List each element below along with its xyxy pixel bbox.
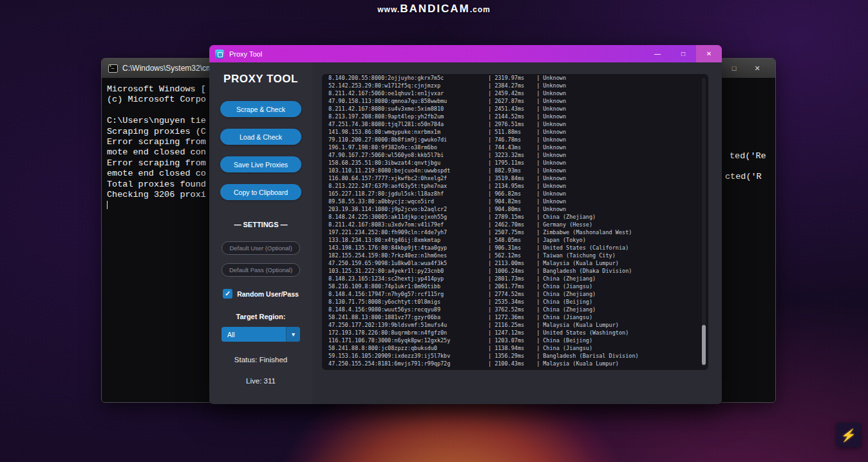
proxy-titlebar[interactable]: Proxy Tool — □ ✕ <box>209 45 722 62</box>
console-line: 182.155.254.159:80:7rkz40ez:n1hm6nes|562… <box>328 252 702 259</box>
console-line: 79.110.200.27:8000:8b8fim9j:gwuko7di|746… <box>328 136 702 143</box>
proxy-maximize-button[interactable]: □ <box>670 45 696 62</box>
load-check-button[interactable]: Load & Check <box>220 129 301 145</box>
console-line: 52.142.253.29:80:w1712f5q:cjnjmzxp|2384.… <box>328 82 702 89</box>
proxy-window-title: Proxy Tool <box>229 50 262 58</box>
console-line: 8.148.23.165:1234:sc2hextj:yp414pyp|2801… <box>328 275 702 282</box>
default-user-input[interactable] <box>222 241 300 255</box>
lightning-bolt-icon: ⚡ <box>840 428 857 443</box>
settings-heading: — SETTINGS — <box>234 221 287 228</box>
region-select[interactable]: All ▾ <box>222 327 300 342</box>
console-line: 8.211.42.167:5060:oe1qhuv1:en1jvxar|2459… <box>328 89 702 97</box>
console-line: 8.211.42.167:8080:su4v3xme:5xim8810|2451… <box>328 105 702 113</box>
console-line: 8.130.71.75:8008:y6ochtyt:t0l8migs|2535.… <box>328 298 702 306</box>
console-line: 47.251.74.38:8080:tjq7l281:o50n784a|2976… <box>328 120 702 128</box>
console-line: 165.227.118.27:80:jgdul5sk:l18az8hf|966.… <box>328 190 702 198</box>
console-line: 103.110.11.219:8080:bejcuo4n:uwwbspdt|88… <box>328 167 702 174</box>
console-line: 141.98.153.86:80:wmqypuke:nxrbmx1m|511.8… <box>328 128 702 136</box>
proxy-tool-window: Proxy Tool — □ ✕ PROXY TOOL Scrape & Che… <box>209 45 722 404</box>
console-line: 8.211.42.167:8083:u3xdv7om:v41i79ef|2462… <box>328 221 702 228</box>
console-line: 103.125.31.222:80:a4yekr1l:py23cnb0|1006… <box>328 267 702 275</box>
console-panel: 8.140.200.55:8000:2ojjuyho:gkrx7m5c|2319… <box>322 74 708 370</box>
desktop-background: { "watermark": { "prefix": "www.", "bran… <box>0 0 868 462</box>
console-line: 143.198.135.176:80:84kbp9jt:4taa0gyp|906… <box>328 244 702 252</box>
bandicam-tray-logo[interactable]: ⚡ <box>836 423 861 447</box>
console-line: 58.241.88.13:800:1881vz77:gzyr06ba|1272.… <box>328 313 702 321</box>
live-count-text: Live: 311 <box>246 377 276 385</box>
console-line: 47.250.155.254:8181:6mvjs791:r99qp72g|21… <box>328 360 702 367</box>
console-line: 58.216.109.8:800:74p1ukr1:0m96tibb|2061.… <box>328 282 702 290</box>
random-userpass-checkbox[interactable] <box>223 289 232 299</box>
cmd-icon <box>108 64 118 73</box>
console-line: 89.58.55.33:80:a0bbycjz:wqco5ird|904.82m… <box>328 198 702 205</box>
console-line: 8.148.4.156:9080:wuut56ys:recqyu89|3762.… <box>328 306 702 313</box>
console-line: 116.80.64.157:7777:xjkwfbc2:0hxelg2f|351… <box>328 174 702 182</box>
console-line: 172.193.178.226:80:8uqrmbrm:n4fgfz0n|124… <box>328 329 702 337</box>
console-line: 47.90.167.27:5060:wl560yo8:kkb5l7bi|3223… <box>328 151 702 159</box>
random-userpass-row[interactable]: Random User/Pass <box>223 289 299 299</box>
cmd-text-fragment: ted('Re <box>730 151 766 162</box>
console-line: 8.148.4.156:17947:n7hy0g57:rcf115rg|2774… <box>328 290 702 298</box>
watermark-brand: BANDICAM <box>400 3 470 15</box>
console-line: 47.250.177.202:139:9bldsvmf:51mufs4u|211… <box>328 321 702 329</box>
sidebar-heading: PROXY TOOL <box>223 73 298 86</box>
console-line: 203.19.38.114:1080:j9p2jcvo:b2aqlcr2|904… <box>328 205 702 213</box>
console-line: 59.153.16.105:20909:ixdezz39:ij5l7kbv|13… <box>328 352 702 360</box>
bandicam-watermark: www.BANDICAM.com <box>0 3 868 15</box>
console-scrollbar-thumb[interactable] <box>702 325 706 365</box>
random-userpass-label: Random User/Pass <box>237 290 299 298</box>
proxy-sidebar: PROXY TOOL Scrape & Check Load & Check S… <box>209 62 312 404</box>
console-line: 8.213.197.208:808:9apt4lep:yh2fb2um|2144… <box>328 113 702 120</box>
save-live-proxies-button[interactable]: Save Live Proxies <box>220 156 301 172</box>
console-line: 133.18.234.13:80:x4tg46ij:8xmkmtap|548.0… <box>328 236 702 244</box>
chevron-down-icon: ▾ <box>286 327 300 342</box>
proxy-minimize-button[interactable]: — <box>645 45 670 62</box>
cmd-title: C:\Windows\System32\cm <box>122 64 212 73</box>
proxy-close-button[interactable]: ✕ <box>696 45 722 62</box>
console-line: 158.68.235.51:80:3ibwzat4:qnvtjbgu|1795.… <box>328 159 702 167</box>
proxy-body: PROXY TOOL Scrape & Check Load & Check S… <box>209 62 722 404</box>
console-line: 8.213.222.247:6379:aof63y5t:tphe7nax|213… <box>328 182 702 190</box>
console-line: 47.250.159.65:9098:1u8kw0la:wua4f3k5|211… <box>328 259 702 267</box>
console-line: 116.171.106.78:3000:n6yqk8pw:12gxk25y|12… <box>328 337 702 344</box>
target-region-label: Target Region: <box>236 313 286 320</box>
console-line: 196.1.97.198:80:9f382o9c:o38rm6bo|744.43… <box>328 143 702 151</box>
watermark-suffix: .com <box>470 5 491 14</box>
console-line: 58.241.88.8:800:jc08zpzz:qbuksdu0|1138.9… <box>328 344 702 352</box>
console-line: 197.221.234.252:80:fh909cln:r4de7yh7|250… <box>328 228 702 236</box>
status-text: Status: Finished <box>234 356 287 364</box>
console-line: 8.140.200.55:8000:2ojjuyho:gkrx7m5c|2319… <box>328 74 702 82</box>
watermark-prefix: www. <box>377 5 400 14</box>
console-output: 8.140.200.55:8000:2ojjuyho:gkrx7m5c|2319… <box>328 74 702 367</box>
cmd-maximize-button[interactable]: □ <box>722 59 746 78</box>
console-line: 47.90.158.113:8080:qmnoa7qu:858wwbmu|262… <box>328 97 702 105</box>
cmd-text-fragment: cted('R <box>725 172 762 182</box>
default-pass-input[interactable] <box>222 263 300 277</box>
console-scrollbar-track[interactable] <box>702 78 706 366</box>
cmd-close-button[interactable]: ✕ <box>746 59 769 78</box>
console-line: 8.148.24.225:30005:ak11djkp:ejxoh55g|278… <box>328 213 702 221</box>
region-selected-value: All <box>222 331 286 338</box>
scrape-check-button[interactable]: Scrape & Check <box>220 101 301 117</box>
copy-to-clipboard-button[interactable]: Copy to Clipboard <box>220 184 301 200</box>
cmd-caret <box>107 201 112 209</box>
proxy-app-icon <box>215 50 224 59</box>
